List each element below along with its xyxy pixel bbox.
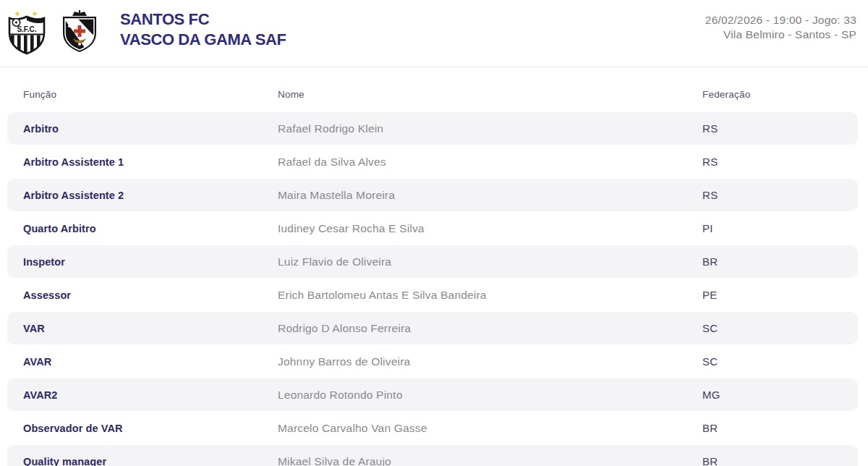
- santos-fc-logo-icon: S.F.C.: [6, 10, 48, 56]
- funcao-cell: Observador de VAR: [23, 423, 278, 434]
- nome-cell: Maira Mastella Moreira: [278, 189, 702, 202]
- funcao-cell: AVAR: [23, 356, 278, 368]
- nome-cell: Luiz Flavio de Oliveira: [278, 255, 702, 268]
- table-row: Assessor Erich Bartolomeu Antas E Silva …: [7, 279, 858, 311]
- table-row: AVAR2 Leonardo Rotondo Pinto MG: [7, 378, 858, 411]
- federacao-cell: SC: [702, 355, 858, 368]
- match-header: S.F.C.: [0, 0, 868, 67]
- away-team-name: VASCO DA GAMA SAF: [120, 30, 286, 50]
- match-title: SANTOS FC VASCO DA GAMA SAF: [120, 9, 286, 50]
- vasco-da-gama-logo-icon: [61, 10, 98, 54]
- match-venue: Vila Belmiro - Santos - SP: [705, 27, 856, 42]
- club-logos: S.F.C.: [6, 9, 98, 56]
- table-row: VAR Rodrigo D Alonso Ferreira SC: [7, 312, 858, 344]
- table-row: Inspetor Luiz Flavio de Oliveira BR: [7, 245, 858, 278]
- nome-cell: Johnny Barros de Oliveira: [278, 355, 702, 368]
- table-row: Quality manager Mikael Silva de Araujo B…: [7, 445, 858, 466]
- nome-cell: Marcelo Carvalho Van Gasse: [278, 422, 702, 435]
- nome-cell: Rafael da Silva Alves: [278, 156, 702, 169]
- nome-cell: Mikael Silva de Araujo: [278, 455, 702, 466]
- column-header-nome: Nome: [278, 80, 702, 100]
- column-header-funcao: Função: [23, 80, 278, 100]
- table-header-row: Função Nome Federação: [7, 67, 858, 112]
- santos-star-icon: [32, 11, 38, 17]
- funcao-cell: Assessor: [23, 289, 278, 301]
- table-row: Arbitro Assistente 2 Maira Mastella More…: [7, 179, 858, 211]
- federacao-cell: RS: [702, 122, 858, 135]
- federacao-cell: PE: [702, 289, 858, 301]
- svg-text:S.F.C.: S.F.C.: [17, 25, 36, 33]
- match-datetime: 26/02/2026 - 19:00 - Jogo: 33: [705, 13, 856, 27]
- officials-table-body: Arbitro Rafael Rodrigo Klein RS Arbitro …: [7, 112, 858, 466]
- santos-star-icon: [14, 11, 20, 17]
- table-row: Arbitro Rafael Rodrigo Klein RS: [7, 112, 858, 145]
- funcao-cell: Arbitro: [23, 123, 278, 135]
- nome-cell: Rodrigo D Alonso Ferreira: [278, 322, 702, 335]
- funcao-cell: VAR: [23, 323, 278, 334]
- nome-cell: Leonardo Rotondo Pinto: [278, 389, 702, 402]
- funcao-cell: Arbitro Assistente 2: [23, 190, 278, 201]
- match-meta: 26/02/2026 - 19:00 - Jogo: 33 Vila Belmi…: [705, 9, 856, 41]
- table-row: Arbitro Assistente 1 Rafael da Silva Alv…: [7, 145, 858, 178]
- funcao-cell: AVAR2: [23, 389, 278, 401]
- federacao-cell: RS: [702, 189, 858, 201]
- column-header-federacao: Federação: [702, 80, 858, 100]
- federacao-cell: BR: [702, 455, 858, 466]
- officials-table: Função Nome Federação Arbitro Rafael Rod…: [7, 67, 858, 466]
- funcao-cell: Quarto Arbitro: [23, 223, 278, 234]
- table-row: AVAR Johnny Barros de Oliveira SC: [7, 345, 858, 378]
- funcao-cell: Inspetor: [23, 256, 278, 268]
- federacao-cell: MG: [702, 389, 858, 401]
- federacao-cell: BR: [702, 422, 858, 434]
- home-team-name: SANTOS FC: [120, 9, 286, 30]
- funcao-cell: Arbitro Assistente 1: [23, 156, 278, 168]
- nome-cell: Rafael Rodrigo Klein: [278, 122, 702, 135]
- nome-cell: Iudiney Cesar Rocha E Silva: [278, 222, 702, 235]
- federacao-cell: BR: [702, 255, 858, 268]
- federacao-cell: PI: [702, 222, 858, 234]
- table-row: Observador de VAR Marcelo Carvalho Van G…: [7, 412, 858, 444]
- federacao-cell: SC: [702, 322, 858, 334]
- match-officials-page: { "header": { "home_team": "SANTOS FC", …: [0, 0, 868, 466]
- nome-cell: Erich Bartolomeu Antas E Silva Bandeira: [278, 289, 702, 302]
- table-row: Quarto Arbitro Iudiney Cesar Rocha E Sil…: [7, 212, 858, 245]
- federacao-cell: RS: [702, 156, 858, 168]
- funcao-cell: Quality manager: [23, 456, 278, 466]
